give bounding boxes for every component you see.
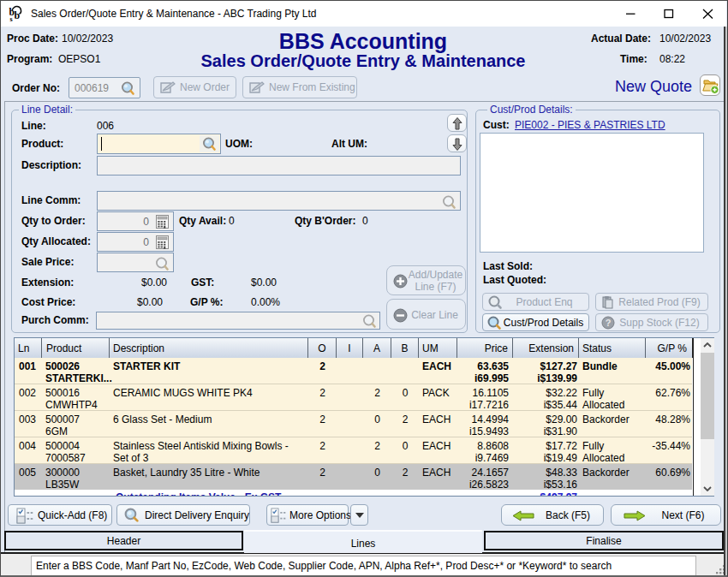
svg-text:s: s [10, 15, 13, 23]
svg-text:b: b [15, 9, 21, 21]
svg-text:?: ? [606, 318, 612, 328]
